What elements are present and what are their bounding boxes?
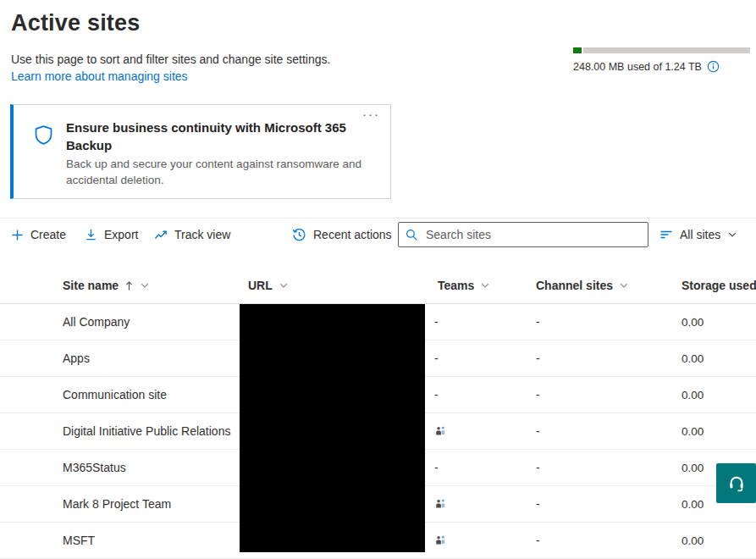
storage-bar-used [573,47,582,53]
channel-sites-cell: - [536,304,540,340]
channel-sites-header-label: Channel sites [536,279,613,292]
chevron-down-icon [140,280,150,291]
backup-promo-banner: Ensure business continuity with Microsof… [10,104,391,199]
storage-usage-text: 248.00 MB used of 1.24 TB [573,61,702,73]
storage-bar [573,47,750,53]
shield-icon [32,124,55,147]
site-name-header-label: Site name [63,279,119,292]
teams-cell [434,413,446,449]
teams-cell: - [434,377,439,412]
storage-used-cell: 0.00 [682,377,704,412]
channel-sites-cell: - [536,377,540,412]
magnifier-icon [406,229,418,241]
site-name-cell[interactable]: Mark 8 Project Team [63,486,171,522]
site-name-cell[interactable]: Communication site [63,377,167,412]
site-name-cell[interactable]: MSFT [63,523,95,558]
recent-actions-button[interactable]: Recent actions [292,223,392,246]
table-header-row: Site name URL Teams [0,271,756,304]
track-view-label: Track view [174,228,230,241]
history-clock-icon [292,228,306,242]
download-arrow-icon [85,229,97,241]
column-header-storage-used[interactable]: Storage used ( [682,279,756,292]
site-name-cell[interactable]: All Company [63,304,130,340]
all-sites-filter[interactable]: All sites [659,223,737,246]
export-button[interactable]: Export [85,223,138,246]
column-header-teams[interactable]: Teams [438,279,490,292]
teams-cell: - [434,450,439,485]
teams-cell: - [434,304,439,340]
teams-people-icon [434,498,446,510]
ellipsis-icon[interactable]: ··· [362,107,380,121]
active-sites-page: Active sites Use this page to sort and f… [0,0,756,559]
track-view-button[interactable]: Track view [154,223,230,246]
site-name-cell[interactable]: Apps [63,340,90,376]
chevron-down-icon [279,280,289,291]
teams-cell: - [434,340,439,376]
chevron-down-icon [727,230,737,240]
storage-bar-free [583,47,750,53]
create-label: Create [30,228,66,241]
storage-used-cell: 0.00 [682,450,704,485]
headset-icon [727,474,746,493]
channel-sites-cell: - [536,450,540,485]
redaction-overlay [240,304,425,552]
arrow-up-icon [124,280,134,291]
column-header-url[interactable]: URL [248,279,289,292]
storage-used-cell: 0.00 [682,340,704,376]
channel-sites-cell: - [536,486,540,522]
banner-title: Ensure business continuity with Microsof… [66,119,371,154]
teams-people-icon [434,425,446,437]
site-name-cell[interactable]: Digital Initiative Public Relations [63,413,230,449]
teams-header-label: Teams [438,279,474,292]
site-name-cell[interactable]: M365Status [63,450,126,485]
teams-cell [434,523,446,558]
trend-line-icon [154,228,168,241]
filter-lines-icon [659,228,673,241]
column-header-channel-sites[interactable]: Channel sites [536,279,629,292]
storage-used-header-label: Storage used ( [682,279,756,292]
storage-used-cell: 0.00 [682,304,704,340]
create-button[interactable]: Create [11,223,66,246]
channel-sites-cell: - [536,523,540,558]
search-sites-box[interactable] [398,222,648,247]
chevron-down-icon [480,280,490,291]
all-sites-label: All sites [680,228,720,241]
storage-used-cell: 0.00 [682,413,704,449]
storage-usage-widget: 248.00 MB used of 1.24 TB [573,47,750,73]
learn-more-link[interactable]: Learn more about managing sites [11,69,188,83]
page-description: Use this page to sort and filter sites a… [11,53,330,66]
export-label: Export [104,228,138,241]
plus-icon [11,229,24,241]
url-header-label: URL [248,279,273,292]
recent-actions-label: Recent actions [313,228,392,241]
teams-people-icon [434,534,446,546]
search-input[interactable] [424,227,641,242]
help-button[interactable] [716,463,756,503]
toolbar: Create Export Track view Recent actions [0,218,756,251]
channel-sites-cell: - [536,340,540,376]
teams-cell [434,486,446,522]
chevron-down-icon [619,280,629,291]
storage-used-cell: 0.00 [682,486,704,522]
channel-sites-cell: - [536,413,540,449]
page-title: Active sites [11,10,140,36]
storage-used-cell: 0.00 [682,523,704,558]
column-header-site-name[interactable]: Site name [63,279,150,292]
banner-body: Back up and secure your content against … [66,156,362,188]
info-circle-icon[interactable] [707,60,720,73]
